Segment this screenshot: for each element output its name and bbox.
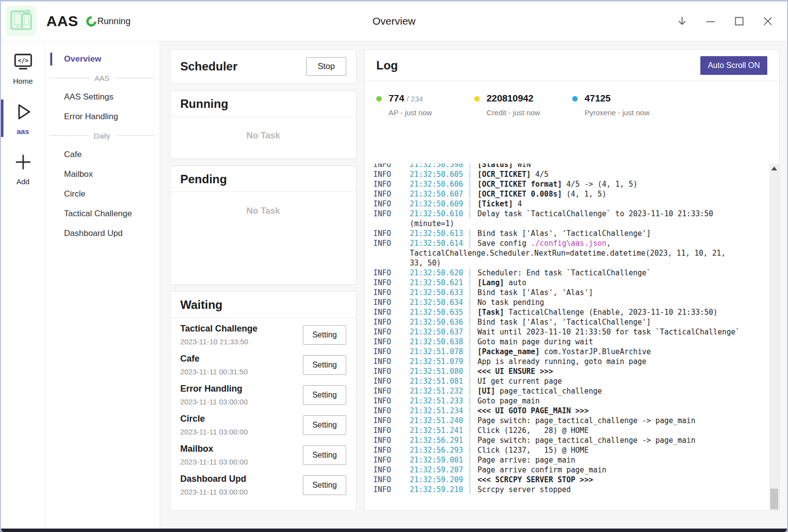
- log-separator: │: [463, 416, 477, 425]
- log-scrollbar[interactable]: [769, 164, 779, 510]
- waiting-task-row: Tactical Challenge2023-11-10 21:33:50Set…: [180, 320, 346, 350]
- log-separator: │: [463, 446, 477, 455]
- log-entry: INFO21:32:51.240│Page switch: page_tacti…: [373, 416, 764, 426]
- nav-item-cafe[interactable]: Cafe: [45, 145, 160, 165]
- setting-button[interactable]: Setting: [303, 445, 346, 465]
- log-separator: │: [463, 387, 477, 396]
- log-timestamp: 21:32:56.291: [410, 436, 463, 445]
- log-separator: │: [463, 288, 477, 297]
- running-panel: Running No Task: [170, 90, 357, 159]
- log-entry-body: 21:32:50.610│Delay task `TacticalChallen…: [410, 209, 764, 229]
- waiting-task-name: Cafe: [180, 354, 248, 364]
- log-entry-body: 21:32:50.606│[OCR_TICKET format] 4/5 -> …: [410, 179, 764, 189]
- log-entry-body: 21:32:51.233│Goto page_main: [410, 396, 764, 406]
- waiting-task-info: Circle2023-11-11 03:00:00: [180, 414, 248, 436]
- setting-button[interactable]: Setting: [303, 325, 346, 345]
- scheduler-panel: Scheduler Stop: [170, 49, 357, 84]
- log-timestamp: 21:32:51.240: [410, 416, 463, 425]
- log-entry: INFO21:32:50.634│No task pending: [373, 298, 764, 307]
- log-message: Page arrive confirm page_main: [477, 466, 606, 474]
- log-separator: │: [463, 357, 477, 366]
- content: Scheduler Stop Running No Task Pending N…: [160, 41, 787, 529]
- log-entry-body: 21:32:50.637│Wait until 2023-11-10 21:33…: [410, 327, 764, 337]
- log-separator: │: [463, 308, 477, 317]
- log-entry: INFO21:32:50.635│[Task] TacticalChalleng…: [373, 307, 764, 317]
- log-entry-body: 21:32:51.080│<<< UI ENSURE >>>: [410, 366, 764, 376]
- app-logo-icon: [6, 6, 36, 36]
- log-message: UI get current page: [477, 377, 562, 386]
- log-entry-body: 21:32:50.621│[Lang] auto: [410, 278, 764, 288]
- nav-item-error-handling[interactable]: Error Handling: [45, 107, 160, 127]
- main-area: </>HomeaasAdd OverviewAASAAS SettingsErr…: [1, 41, 787, 529]
- nav-item-aas-settings[interactable]: AAS Settings: [45, 87, 160, 107]
- stat-label: AP - just now: [389, 108, 474, 117]
- log-message: Page switch: page_tactical_challenge -> …: [477, 436, 695, 445]
- log-timestamp: 21:32:50.636: [410, 318, 463, 327]
- setting-button[interactable]: Setting: [303, 415, 346, 435]
- waiting-panel: Waiting Tactical Challenge2023-11-10 21:…: [170, 291, 357, 511]
- nav-item-dashboard-upd[interactable]: Dashboard Upd: [45, 224, 160, 243]
- nav-item-mailbox[interactable]: Mailbox: [45, 165, 160, 184]
- scheduler-title: Scheduler: [180, 60, 237, 73]
- log-entry: INFO21:32:50.607│[OCR_TICKET 0.008s] (4,…: [373, 189, 764, 199]
- log-entry-body: 21:32:56.291│Page switch: page_tactical_…: [410, 435, 764, 445]
- pending-panel: Pending No Task: [170, 166, 357, 285]
- pending-empty-label: No Task: [170, 192, 356, 216]
- log-separator: │: [463, 485, 477, 494]
- log-entry-body: 21:32:51.081│UI get current page: [410, 376, 764, 386]
- log-timestamp: 21:32:50.637: [410, 328, 463, 336]
- rail-item-aas[interactable]: aas: [1, 99, 45, 138]
- log-timestamp: 21:32:50.635: [410, 308, 463, 317]
- log-entry-body: 21:32:50.609│[Ticket] 4: [410, 199, 764, 209]
- log-stat-top: 220810942: [474, 93, 572, 104]
- scroll-up-arrow-icon[interactable]: [771, 166, 777, 170]
- log-timestamp: 21:32:50.620: [410, 268, 463, 277]
- log-message: Goto page_main: [477, 397, 539, 405]
- window-bottom-edge: [1, 529, 787, 532]
- log-level: INFO: [373, 465, 410, 475]
- log-separator: │: [463, 180, 477, 189]
- log-entry-body: 21:32:50.638│Goto main page during wait: [410, 337, 764, 347]
- log-message: [Status] WIN: [477, 164, 530, 169]
- scrollbar-thumb[interactable]: [770, 489, 778, 509]
- log-timestamp: 21:32:51.081: [410, 377, 463, 386]
- setting-button[interactable]: Setting: [303, 355, 346, 375]
- log-console[interactable]: INFO21:32:50.598│[Status] WININFO21:32:5…: [364, 164, 779, 510]
- nav-item-circle[interactable]: Circle: [45, 184, 160, 204]
- log-timestamp: 21:32:59.210: [410, 485, 463, 494]
- log-entry: INFO21:32:59.001│Page arrive: page_main: [373, 455, 764, 465]
- log-level: INFO: [373, 386, 410, 396]
- log-timestamp: 21:32:59.209: [410, 475, 463, 484]
- close-button[interactable]: [761, 15, 774, 28]
- waiting-task-info: Tactical Challenge2023-11-10 21:33:50: [180, 324, 258, 346]
- stop-button[interactable]: Stop: [306, 57, 346, 76]
- auto-scroll-button[interactable]: Auto Scroll ON: [700, 56, 767, 75]
- log-timestamp: 21:32:59.001: [410, 456, 463, 465]
- log-separator: │: [463, 278, 477, 287]
- code-monitor-icon: </>: [12, 53, 34, 74]
- nav-item-overview[interactable]: Overview: [45, 49, 160, 69]
- nav-item-tactical-challenge[interactable]: Tactical Challenge: [45, 204, 160, 224]
- log-entry-body: 21:32:51.079│App is already running, got…: [410, 357, 764, 366]
- scheduler-status: Running: [86, 16, 131, 27]
- rail-item-home[interactable]: </>Home: [1, 50, 45, 88]
- log-message: [Package_name] com.YostarJP.BlueArchive: [477, 347, 651, 356]
- log-message: Bind task ['Alas', 'Alas']: [477, 288, 593, 297]
- nav-section-daily: Daily: [45, 127, 160, 145]
- rail-item-add[interactable]: Add: [1, 149, 45, 188]
- download-arrow-icon[interactable]: [676, 15, 689, 28]
- log-level: INFO: [373, 169, 410, 179]
- log-level: INFO: [373, 238, 410, 268]
- log-level: INFO: [373, 396, 410, 406]
- log-entry: INFO21:32:51.080│<<< UI ENSURE >>>: [373, 366, 764, 376]
- waiting-task-name: Circle: [180, 414, 248, 424]
- minimize-button[interactable]: [704, 15, 717, 28]
- log-message: Page switch: page_tactical_challenge -> …: [477, 416, 695, 425]
- setting-button[interactable]: Setting: [303, 475, 346, 495]
- stat-dot-icon: [376, 96, 382, 101]
- waiting-task-name: Tactical Challenge: [180, 324, 258, 334]
- log-level: INFO: [373, 288, 410, 298]
- log-timestamp: 21:32:51.232: [410, 387, 463, 396]
- setting-button[interactable]: Setting: [303, 385, 346, 405]
- maximize-button[interactable]: [733, 15, 746, 28]
